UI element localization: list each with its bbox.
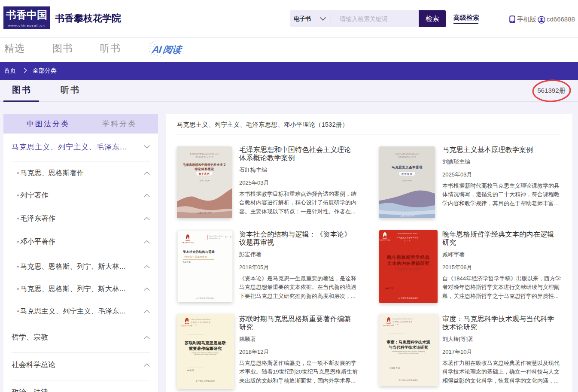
- svg-text:AI: AI: [151, 44, 163, 55]
- svg-text:马克思主义研究文库: 马克思主义研究文库: [209, 237, 220, 239]
- svg-text:[ Library of Marxism Studies V: [ Library of Marxism Studies Volume I ]: [392, 318, 413, 320]
- svg-text:重要著作编纂研究: 重要著作编纂研究: [189, 346, 222, 351]
- svg-text:Library of Marxism Studies Vol: Library of Marxism Studies Volume I: [398, 233, 417, 234]
- svg-text:新时代马克思主义理论教学研究丛书: 新时代马克思主义理论教学研究丛书: [395, 153, 419, 155]
- svg-text:审度：马克思科学技术观: 审度：马克思科学技术观: [386, 340, 430, 344]
- svg-text:与当代科学技术论研究: 与当代科学技术论研究: [388, 345, 428, 349]
- svg-text:马克思主义基本原理: 马克思主义基本原理: [392, 165, 423, 169]
- svg-text:主 编 | 刘皓琰: 主 编 | 刘皓琰: [402, 179, 412, 182]
- svg-text:理论体系概论: 理论体系概论: [194, 167, 214, 171]
- svg-text:中国人民大学出版社: 中国人民大学出版社: [182, 242, 194, 243]
- svg-text:毛泽东思想和中国特色社会主义理论研究丛书: 毛泽东思想和中国特色社会主义理论研究丛书: [190, 153, 219, 155]
- svg-text:Thoughts of Science and Techno: Thoughts of Science and Technology: [398, 352, 419, 354]
- svg-text:教学案例: 教学案例: [401, 173, 413, 176]
- svg-text:马克思主义文艺研究文库: 马克思主义文艺研究文库: [396, 237, 419, 239]
- svg-text:《资本论》议题再审视: 《资本论》议题再审视: [183, 255, 207, 258]
- svg-text:教学案例: 教学案例: [198, 172, 210, 175]
- svg-text:总主编张艳 陈永山 王守梅: 总主编张艳 陈永山 王守梅: [195, 156, 213, 158]
- svg-text:苏联时期马克思恩格斯: 苏联时期马克思恩格斯: [184, 340, 226, 345]
- svg-text:文本的内在逻辑研究: 文本的内在逻辑研究: [387, 261, 430, 266]
- svg-text:㊣ 中国人民大学出版社: ㊣ 中国人民大学出版社: [195, 380, 215, 382]
- svg-text:第 一 辑: 第 一 辑: [404, 240, 411, 242]
- svg-text:第 一 辑: 第 一 辑: [392, 324, 399, 325]
- svg-text:马克思主义文艺研究文库: 马克思主义文艺研究文库: [392, 321, 412, 323]
- svg-text:资本社会的结构与逻辑: 资本社会的结构与逻辑: [183, 250, 215, 254]
- svg-text:Important Texts in Soviet Unio: Important Texts in Soviet Union Period: [195, 354, 216, 356]
- svg-text:晚年恩格斯哲学经典: 晚年恩格斯哲学经典: [387, 255, 430, 260]
- svg-text:中国人民大学出版社: 中国人民大学出版社: [379, 239, 390, 241]
- svg-text:㊣ 中国人民大学出版社: ㊣ 中国人民大学出版社: [399, 379, 418, 381]
- svg-text:㊣ 中国人民大学出版社: ㊣ 中国人民大学出版社: [196, 297, 214, 299]
- svg-text:第 一 辑: 第 一 辑: [191, 324, 197, 326]
- svg-text:阅读: 阅读: [162, 44, 183, 55]
- svg-text:马克思主义文艺研究文库: 马克思主义文艺研究文库: [191, 321, 210, 323]
- svg-text:Library of Marxism Studies: Library of Marxism Studies: [209, 235, 224, 237]
- svg-text:主 编 | 石红梅: 主 编 | 石红梅: [199, 179, 209, 182]
- svg-text:[ Library of Marxism Studies V: [ Library of Marxism Studies Volume I ]: [191, 319, 211, 320]
- svg-text:总主编张艳 陈永山 王守梅: 总主编张艳 陈永山 王守梅: [398, 156, 416, 158]
- svg-text:第 一 辑: 第 一 辑: [225, 236, 232, 238]
- svg-text:毛泽东思想和中国特色社会主义: 毛泽东思想和中国特色社会主义: [183, 163, 227, 167]
- svg-text:Philosophical Texts in His Lat: Philosophical Texts in His Later Years: [398, 269, 419, 271]
